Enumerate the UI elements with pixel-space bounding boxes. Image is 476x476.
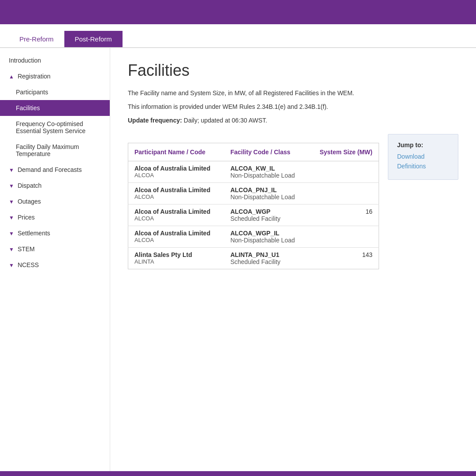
- sidebar-item-participants[interactable]: Participants: [0, 84, 110, 100]
- sidebar-settlements-label: Settlements: [18, 230, 50, 237]
- sidebar-item-facilities[interactable]: Facilities: [0, 100, 110, 116]
- col-system-size: System Size (MW): [308, 143, 379, 161]
- sidebar-section-ncess[interactable]: ▼ NCESS: [0, 257, 110, 273]
- cell-facility: ALINTA_PNJ_U1 Scheduled Facility: [224, 248, 308, 269]
- participant-code: ALCOA: [134, 215, 218, 222]
- facility-class: Scheduled Facility: [231, 258, 302, 265]
- facility-class: Non-Dispatchable Load: [231, 237, 302, 244]
- cell-system-size: 16: [308, 205, 379, 226]
- sidebar-prices-label: Prices: [18, 214, 35, 221]
- table-header-row: Participant Name / Code Facility Code / …: [128, 143, 379, 161]
- top-bar: [0, 0, 476, 24]
- sidebar-section-stem[interactable]: ▼ STEM: [0, 241, 110, 257]
- chevron-down-icon-settlements: ▼: [9, 231, 14, 237]
- sidebar-section-demand[interactable]: ▼ Demand and Forecasts: [0, 162, 110, 178]
- cell-participant: Alcoa of Australia Limited ALCOA: [128, 226, 224, 248]
- participant-name: Alcoa of Australia Limited: [134, 230, 218, 237]
- col-participant: Participant Name / Code: [128, 143, 224, 161]
- table-row: Alinta Sales Pty Ltd ALINTA ALINTA_PNJ_U…: [128, 248, 379, 269]
- jump-to-title: Jump to:: [397, 141, 449, 149]
- participant-name: Alcoa of Australia Limited: [134, 208, 218, 215]
- description-1: The Facility name and System Size, in MW…: [128, 89, 392, 98]
- chevron-down-icon-prices: ▼: [9, 215, 14, 221]
- sidebar-outages-label: Outages: [18, 198, 41, 205]
- sidebar-section-outages[interactable]: ▼ Outages: [0, 193, 110, 209]
- sidebar-section-registration[interactable]: ▲ Registration: [0, 68, 110, 84]
- cell-participant: Alcoa of Australia Limited ALCOA: [128, 161, 224, 183]
- chevron-down-icon-dispatch: ▼: [9, 183, 14, 189]
- cell-system-size: [308, 183, 379, 205]
- chevron-down-icon-demand: ▼: [9, 167, 14, 173]
- sidebar-stem-label: STEM: [18, 245, 35, 253]
- cell-system-size: 143: [308, 248, 379, 269]
- chevron-down-icon-ncess: ▼: [9, 262, 14, 268]
- cell-facility: ALCOA_KW_IL Non-Dispatchable Load: [224, 161, 308, 183]
- page-title: Facilities: [128, 61, 458, 80]
- sidebar-item-introduction[interactable]: Introduction: [0, 52, 110, 68]
- chevron-down-icon-outages: ▼: [9, 199, 14, 205]
- chevron-down-icon-stem: ▼: [9, 246, 14, 253]
- table-row: Alcoa of Australia Limited ALCOA ALCOA_W…: [128, 226, 379, 248]
- cell-system-size: [308, 226, 379, 248]
- tab-prereform[interactable]: Pre-Reform: [9, 31, 64, 47]
- tabs-bar: Pre-Reform Post-Reform: [0, 24, 476, 48]
- tab-postreform[interactable]: Post-Reform: [64, 31, 123, 47]
- cell-participant: Alcoa of Australia Limited ALCOA: [128, 205, 224, 226]
- cell-participant: Alcoa of Australia Limited ALCOA: [128, 183, 224, 205]
- sidebar-dispatch-label: Dispatch: [18, 182, 41, 189]
- update-label: Update frequency:: [128, 117, 182, 124]
- facility-code: ALCOA_WGP: [231, 208, 302, 215]
- participant-code: ALINTA: [134, 258, 218, 265]
- bottom-bar: [0, 471, 476, 476]
- facility-class: Scheduled Facility: [231, 215, 302, 222]
- cell-system-size: [308, 161, 379, 183]
- update-value: Daily; updated at 06:30 AWST.: [184, 117, 267, 124]
- jump-to-download[interactable]: Download: [397, 153, 449, 160]
- sidebar-ncess-label: NCESS: [18, 261, 39, 268]
- content-area: Participant Name / Code Facility Code / …: [128, 134, 458, 269]
- facility-code: ALINTA_PNJ_U1: [231, 251, 302, 258]
- facility-code: ALCOA_KW_IL: [231, 165, 302, 172]
- cell-participant: Alinta Sales Pty Ltd ALINTA: [128, 248, 224, 269]
- facility-code: ALCOA_WGP_IL: [231, 230, 302, 237]
- sidebar-item-facility-daily[interactable]: Facility Daily Maximum Temperature: [0, 139, 110, 162]
- sidebar-item-frequency[interactable]: Frequency Co-optimised Essential System …: [0, 116, 110, 139]
- col-facility: Facility Code / Class: [224, 143, 308, 161]
- table-row: Alcoa of Australia Limited ALCOA ALCOA_W…: [128, 205, 379, 226]
- facility-class: Non-Dispatchable Load: [231, 193, 302, 201]
- participant-code: ALCOA: [134, 193, 218, 200]
- main-content: Facilities The Facility name and System …: [110, 48, 476, 471]
- facilities-table: Participant Name / Code Facility Code / …: [128, 143, 379, 269]
- participant-code: ALCOA: [134, 172, 218, 178]
- sidebar-section-dispatch[interactable]: ▼ Dispatch: [0, 178, 110, 193]
- update-frequency: Update frequency: Daily; updated at 06:3…: [128, 116, 392, 125]
- cell-facility: ALCOA_PNJ_IL Non-Dispatchable Load: [224, 183, 308, 205]
- jump-to-definitions[interactable]: Definitions: [397, 163, 449, 170]
- table-row: Alcoa of Australia Limited ALCOA ALCOA_K…: [128, 161, 379, 183]
- sidebar-section-settlements[interactable]: ▼ Settlements: [0, 225, 110, 241]
- participant-name: Alcoa of Australia Limited: [134, 165, 218, 172]
- sidebar-registration-label: Registration: [18, 73, 51, 80]
- participant-code: ALCOA: [134, 237, 218, 243]
- facility-class: Non-Dispatchable Load: [231, 172, 302, 179]
- description-2: This information is provided under WEM R…: [128, 102, 392, 112]
- cell-facility: ALCOA_WGP Scheduled Facility: [224, 205, 308, 226]
- table-row: Alcoa of Australia Limited ALCOA ALCOA_P…: [128, 183, 379, 205]
- facility-code: ALCOA_PNJ_IL: [231, 186, 302, 193]
- jump-to-box: Jump to: Download Definitions: [388, 134, 458, 180]
- sidebar: Introduction ▲ Registration Participants…: [0, 48, 110, 471]
- table-wrapper: Participant Name / Code Facility Code / …: [128, 134, 379, 269]
- sidebar-demand-label: Demand and Forecasts: [18, 166, 82, 173]
- sidebar-section-prices[interactable]: ▼ Prices: [0, 209, 110, 225]
- participant-name: Alinta Sales Pty Ltd: [134, 251, 218, 258]
- participant-name: Alcoa of Australia Limited: [134, 186, 218, 193]
- chevron-up-icon: ▲: [9, 74, 14, 80]
- main-layout: Introduction ▲ Registration Participants…: [0, 48, 476, 471]
- cell-facility: ALCOA_WGP_IL Non-Dispatchable Load: [224, 226, 308, 248]
